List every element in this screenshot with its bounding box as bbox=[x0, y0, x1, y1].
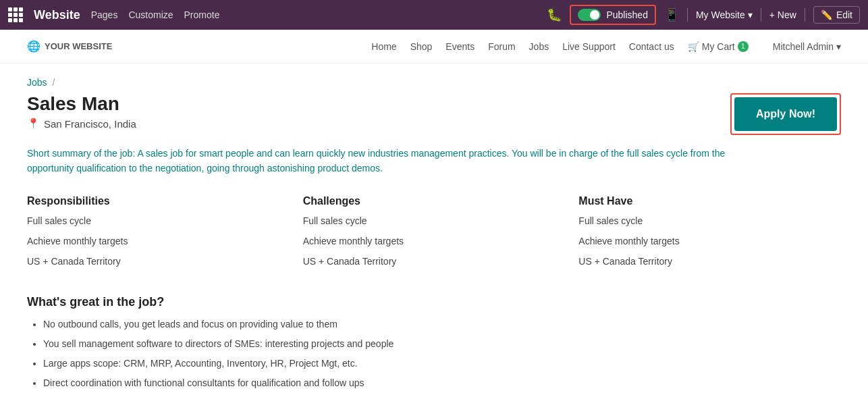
toggle-knob bbox=[590, 10, 599, 20]
resp-item-2: US + Canada Territory bbox=[27, 256, 290, 267]
website-logo[interactable]: 🌐 YOUR WEBSITE bbox=[27, 40, 112, 53]
apply-now-wrapper: Apply Now! bbox=[730, 93, 841, 135]
challenges-header: Challenges bbox=[303, 195, 566, 207]
must-item-0: Full sales cycle bbox=[578, 215, 841, 226]
apply-now-button[interactable]: Apply Now! bbox=[734, 97, 837, 131]
job-location: 📍 San Francisco, India bbox=[27, 117, 136, 130]
admin-bar: Website Pages Customize Promote 🐛 Publis… bbox=[0, 0, 868, 30]
published-toggle[interactable]: Published bbox=[570, 5, 656, 25]
cart-icon: 🛒 bbox=[688, 41, 699, 52]
whats-great-list: No outbound calls, you get leads and foc… bbox=[27, 317, 841, 390]
breadcrumb-separator: / bbox=[52, 77, 55, 88]
website-nav: 🌐 YOUR WEBSITE Home Shop Events Forum Jo… bbox=[0, 30, 868, 63]
edit-label: Edit bbox=[836, 9, 852, 20]
resp-item-0: Full sales cycle bbox=[27, 215, 290, 226]
cart-label: My Cart bbox=[702, 41, 735, 52]
nav-live-support[interactable]: Live Support bbox=[562, 41, 616, 52]
user-area[interactable]: Mitchell Admin ▾ bbox=[773, 41, 841, 52]
pencil-icon: ✏️ bbox=[821, 9, 832, 20]
cart-badge: 1 bbox=[738, 41, 749, 52]
responsibilities-column: Responsibilities Full sales cycle Achiev… bbox=[27, 195, 290, 276]
globe-icon: 🌐 bbox=[27, 40, 40, 53]
published-label: Published bbox=[606, 9, 648, 20]
chal-item-1: Achieve monthly targets bbox=[303, 236, 566, 246]
job-summary: Short summary of the job: A sales job fo… bbox=[27, 146, 769, 176]
pages-nav[interactable]: Pages bbox=[91, 9, 118, 20]
app-title: Website bbox=[34, 8, 80, 22]
job-info: Sales Man 📍 San Francisco, India bbox=[27, 93, 136, 130]
nav-jobs[interactable]: Jobs bbox=[529, 41, 549, 52]
job-header: Sales Man 📍 San Francisco, India Apply N… bbox=[27, 93, 841, 135]
new-button[interactable]: + New bbox=[769, 9, 796, 20]
edit-button[interactable]: ✏️ Edit bbox=[813, 6, 860, 24]
resp-item-1: Achieve monthly targets bbox=[27, 236, 290, 246]
nav-contact-us[interactable]: Contact us bbox=[629, 41, 674, 52]
user-chevron: ▾ bbox=[836, 41, 841, 52]
list-item-0: No outbound calls, you get leads and foc… bbox=[43, 317, 841, 332]
must-item-2: US + Canada Territory bbox=[578, 256, 841, 267]
whats-great-section: What's great in the job? No outbound cal… bbox=[27, 295, 841, 390]
breadcrumb: Jobs / bbox=[27, 77, 841, 88]
list-item-3: Direct coordination with functional cons… bbox=[43, 376, 841, 390]
toggle-switch[interactable] bbox=[578, 9, 601, 21]
list-item-1: You sell management software to director… bbox=[43, 337, 841, 351]
list-item-2: Large apps scope: CRM, MRP, Accounting, … bbox=[43, 357, 841, 371]
must-item-1: Achieve monthly targets bbox=[578, 236, 841, 246]
cart-area[interactable]: 🛒 My Cart 1 bbox=[688, 41, 749, 52]
nav-forum[interactable]: Forum bbox=[488, 41, 515, 52]
my-website-button[interactable]: My Website ▾ bbox=[696, 9, 753, 20]
must-have-header: Must Have bbox=[578, 195, 841, 207]
nav-events[interactable]: Events bbox=[445, 41, 474, 52]
promote-nav[interactable]: Promote bbox=[184, 9, 220, 20]
bug-icon[interactable]: 🐛 bbox=[547, 7, 562, 22]
chevron-down-icon: ▾ bbox=[748, 9, 753, 20]
challenges-column: Challenges Full sales cycle Achieve mont… bbox=[303, 195, 566, 276]
nav-links: Home Shop Events Forum Jobs Live Support… bbox=[371, 41, 841, 52]
admin-bar-right: 🐛 Published 📱 My Website ▾ + New ✏️ Edit bbox=[547, 5, 860, 25]
my-website-label: My Website bbox=[696, 9, 745, 20]
chal-item-0: Full sales cycle bbox=[303, 215, 566, 226]
chal-item-2: US + Canada Territory bbox=[303, 256, 566, 267]
divider2 bbox=[761, 8, 761, 22]
breadcrumb-parent[interactable]: Jobs bbox=[27, 77, 47, 88]
mobile-icon[interactable]: 📱 bbox=[664, 7, 679, 22]
whats-great-title: What's great in the job? bbox=[27, 295, 841, 309]
job-location-text: San Francisco, India bbox=[44, 118, 136, 130]
customize-nav[interactable]: Customize bbox=[128, 9, 173, 20]
admin-bar-left: Website Pages Customize Promote bbox=[8, 7, 219, 22]
logo-text: YOUR WEBSITE bbox=[45, 41, 112, 51]
nav-home[interactable]: Home bbox=[371, 41, 396, 52]
nav-shop[interactable]: Shop bbox=[410, 41, 433, 52]
main-content: Jobs / Sales Man 📍 San Francisco, India … bbox=[0, 63, 868, 395]
three-columns: Responsibilities Full sales cycle Achiev… bbox=[27, 195, 841, 276]
user-name: Mitchell Admin bbox=[773, 41, 834, 52]
responsibilities-header: Responsibilities bbox=[27, 195, 290, 207]
divider bbox=[687, 8, 688, 22]
location-pin-icon: 📍 bbox=[27, 117, 40, 130]
job-title: Sales Man bbox=[27, 93, 136, 115]
must-have-column: Must Have Full sales cycle Achieve month… bbox=[578, 195, 841, 276]
new-label: + New bbox=[769, 9, 796, 20]
divider3 bbox=[805, 8, 805, 22]
grid-icon[interactable] bbox=[8, 7, 23, 22]
